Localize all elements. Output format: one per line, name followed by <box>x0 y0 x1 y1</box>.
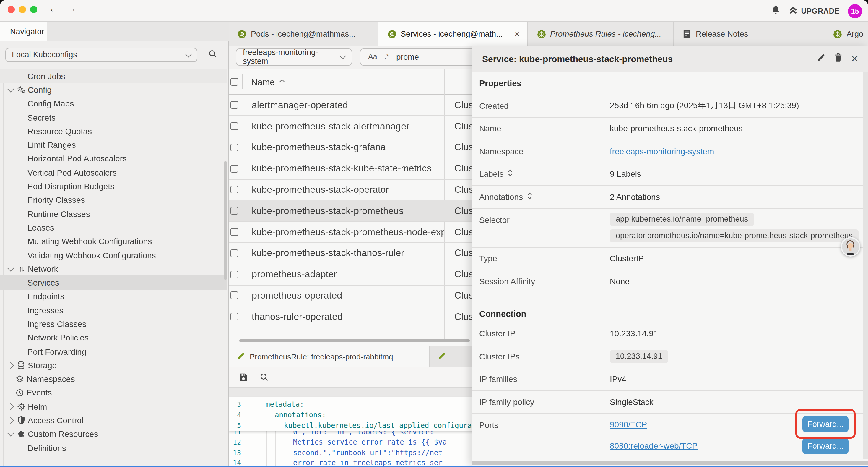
detail-row-namespace: Namespacefreeleaps-monitoring-system <box>472 140 868 163</box>
sidebar-item-cron-jobs[interactable]: Cron Jobs <box>0 69 227 83</box>
port-link[interactable]: 8080:reloader-web/TCP <box>610 441 698 451</box>
row-checkbox[interactable] <box>230 207 238 215</box>
sidebar-item-custom-resources[interactable]: Custom Resources <box>0 427 227 441</box>
row-checkbox[interactable] <box>230 250 238 257</box>
detail-value-link[interactable]: freeleaps-monitoring-system <box>610 147 714 156</box>
row-checkbox[interactable] <box>230 101 238 109</box>
assistant-avatar[interactable] <box>840 237 860 257</box>
sidebar-scrollbar-thumb[interactable] <box>224 162 226 280</box>
save-icon[interactable] <box>239 373 248 381</box>
row-checkbox[interactable] <box>230 186 238 194</box>
sidebar-item-port-forwarding[interactable]: Port Forwarding <box>0 345 227 358</box>
tab-prometheus-rules-icecheng[interactable]: Prometheus Rules - icecheng... <box>528 22 673 46</box>
expander-icon[interactable] <box>527 192 532 202</box>
regex-toggle[interactable]: .* <box>384 53 390 61</box>
close-panel-icon[interactable] <box>850 53 859 64</box>
sidebar-item-label: Network <box>28 264 58 274</box>
forward-button[interactable] <box>65 3 78 15</box>
close-window-button[interactable] <box>8 6 14 13</box>
sidebar-item-definitions[interactable]: Definitions <box>0 441 227 455</box>
sidebar-item-network-policies[interactable]: Network Policies <box>0 331 227 345</box>
expander-icon[interactable] <box>508 169 513 179</box>
sidebar-item-label: Cron Jobs <box>28 71 65 81</box>
tab-argo-se[interactable]: Argo Se <box>824 22 868 46</box>
tab-pods-icecheng-mathmas[interactable]: Pods - icecheng@mathmas... <box>228 22 378 46</box>
sidebar-item-vertical-pod-autoscalers[interactable]: Vertical Pod Autoscalers <box>0 166 227 179</box>
sidebar-item-access-control[interactable]: Access Control <box>0 413 227 428</box>
row-checkbox[interactable] <box>230 270 238 278</box>
screenshot-stage: UPGRADE 15 Navigator Local Kubeconfigs C… <box>0 0 868 467</box>
shield-icon <box>17 416 25 425</box>
tab-release-notes[interactable]: Release Notes <box>673 22 824 46</box>
row-checkbox[interactable] <box>230 292 238 299</box>
namespace-filter-select[interactable]: freeleaps-monitoring-system <box>236 48 352 65</box>
sidebar-item-secrets[interactable]: Secrets <box>0 111 227 124</box>
zoom-window-button[interactable] <box>30 6 37 13</box>
row-checkbox[interactable] <box>230 122 238 130</box>
search-icon[interactable] <box>260 373 268 381</box>
sidebar-item-config[interactable]: Config <box>0 83 227 97</box>
double-chevron-up-icon <box>788 6 797 16</box>
sidebar-item-mutating-webhook-configurations[interactable]: Mutating Webhook Configurations <box>0 234 227 248</box>
sidebar-item-validating-webhook-configurations[interactable]: Validating Webhook Configurations <box>0 248 227 262</box>
sidebar-item-runtime-classes[interactable]: Runtime Classes <box>0 207 227 221</box>
chevron-down-icon <box>185 51 192 57</box>
minimize-window-button[interactable] <box>19 6 26 13</box>
detail-vertical-scrollbar-track[interactable] <box>863 72 868 459</box>
sidebar-item-services[interactable]: Services <box>0 276 227 290</box>
sidebar-item-storage[interactable]: Storage <box>0 358 227 372</box>
row-checkbox[interactable] <box>230 228 238 236</box>
service-name-cell: prometheus-operated <box>252 290 444 301</box>
port-link[interactable]: 9090/TCP <box>610 420 647 429</box>
edit-icon[interactable] <box>816 53 825 64</box>
code-text: kubectl.kubernetes.io/last-applied-confi… <box>249 421 493 430</box>
detail-label: IP families <box>479 375 610 384</box>
search-icon[interactable] <box>209 50 217 60</box>
back-button[interactable] <box>47 3 60 15</box>
name-column-header[interactable]: Name <box>251 77 285 87</box>
detail-panel-header: Service: kube-prometheus-stack-prometheu… <box>472 46 868 72</box>
detail-label: Selector <box>479 215 610 224</box>
detail-horizontal-scrollbar-thumb[interactable] <box>472 461 868 465</box>
kubeconfig-select[interactable]: Local Kubeconfigs <box>5 48 197 62</box>
tab-navigator[interactable]: Navigator <box>0 22 47 41</box>
sidebar-item-endpoints[interactable]: Endpoints <box>0 290 227 303</box>
chevbox <box>8 267 13 271</box>
sidebar-item-resource-quotas[interactable]: Resource Quotas <box>0 124 227 138</box>
sidebar-item-helm[interactable]: Helm <box>0 400 227 413</box>
sidebar-item-network[interactable]: ↑↓Network <box>0 262 227 276</box>
code-link[interactable]: https://net <box>396 448 442 457</box>
sidebar-item-leases[interactable]: Leases <box>0 221 227 235</box>
chevbox <box>8 418 13 423</box>
navigator-sidebar: Local Kubeconfigs Cron JobsConfigConfig … <box>0 41 228 467</box>
select-all-checkbox[interactable] <box>230 78 238 85</box>
sidebar-item-label: Secrets <box>28 113 56 122</box>
sidebar-item-config-maps[interactable]: Config Maps <box>0 97 227 111</box>
row-checkbox[interactable] <box>230 313 238 321</box>
forward-button[interactable]: Forward... <box>802 438 848 454</box>
sidebar-item-priority-classes[interactable]: Priority Classes <box>0 193 227 207</box>
editor-tab-prometheusrule[interactable]: PrometheusRule: freeleaps-prod-rabbitmq <box>228 346 429 367</box>
sidebar-item-label: Definitions <box>28 443 66 453</box>
sidebar-item-ingresses[interactable]: Ingresses <box>0 303 227 317</box>
sidebar-item-horizontal-pod-autoscalers[interactable]: Horizontal Pod Autoscalers <box>0 152 227 166</box>
table-horizontal-scrollbar-thumb[interactable] <box>239 339 470 342</box>
notification-count-badge[interactable]: 15 <box>848 4 862 18</box>
sidebar-item-label: Horizontal Pod Autoscalers <box>28 154 127 164</box>
sidebar-item-namespaces[interactable]: Namespaces <box>0 372 227 386</box>
sidebar-item-pod-disruption-budgets[interactable]: Pod Disruption Budgets <box>0 179 227 193</box>
service-name-cell: kube-prometheus-stack-prometheus <box>252 206 444 216</box>
sidebar-item-events[interactable]: Events <box>0 386 227 400</box>
sidebar-item-limit-ranges[interactable]: Limit Ranges <box>0 138 227 152</box>
upgrade-button[interactable]: UPGRADE <box>788 6 840 16</box>
editor-tab-partial[interactable] <box>429 346 476 367</box>
sidebar-item-ingress-classes[interactable]: Ingress Classes <box>0 317 227 331</box>
row-checkbox[interactable] <box>230 144 238 151</box>
notifications-bell-icon[interactable] <box>771 5 780 17</box>
sidebar-item-label: Events <box>27 388 52 398</box>
tab-services-icecheng-math[interactable]: Services - icecheng@math... <box>378 22 528 46</box>
delete-trash-icon[interactable] <box>834 53 842 64</box>
close-tab-icon[interactable] <box>513 29 522 38</box>
row-checkbox[interactable] <box>230 165 238 172</box>
match-case-toggle[interactable]: Aa <box>368 53 377 61</box>
